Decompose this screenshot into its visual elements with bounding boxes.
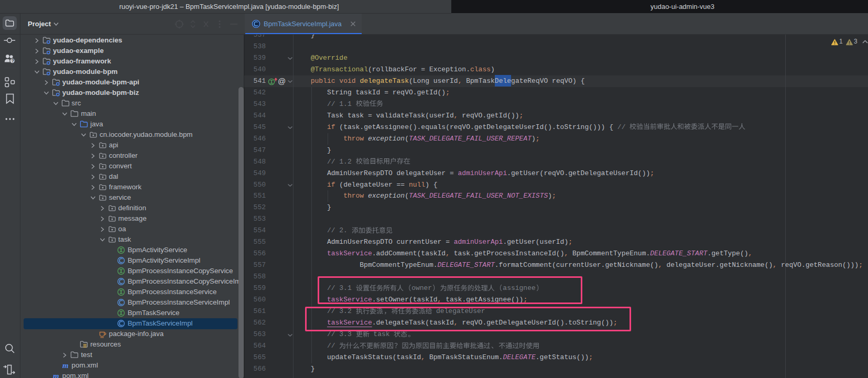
svg-text:?: ?	[11, 58, 14, 63]
svg-text:m: m	[53, 372, 59, 378]
svg-text:m: m	[62, 361, 69, 370]
